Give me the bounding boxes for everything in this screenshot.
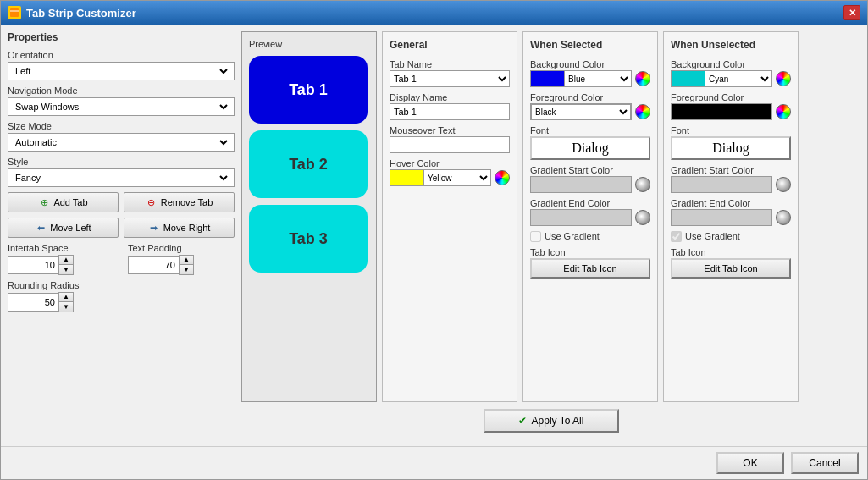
footer: OK Cancel [1, 446, 867, 479]
when-unselected-title: When Unselected [671, 39, 791, 51]
tab-name-label: Tab Name [390, 59, 510, 69]
unselected-use-gradient-label: Use Gradient [685, 231, 740, 241]
properties-label: Properties [8, 31, 235, 43]
unselected-bg-dropdown[interactable]: Cyan [671, 70, 772, 87]
unselected-bg-label: Background Color [671, 59, 791, 69]
ok-button[interactable]: OK [716, 452, 784, 474]
minus-icon: ⊖ [146, 196, 158, 208]
hover-color-dropdown[interactable]: Yellow [390, 169, 491, 186]
mouseover-text-label: Mouseover Text [390, 125, 510, 135]
rounding-up-arrow[interactable]: ▲ [59, 293, 73, 302]
tab-3-preview[interactable]: Tab 3 [249, 205, 368, 273]
svg-rect-0 [10, 8, 19, 17]
text-padding-label: Text Padding [128, 243, 235, 253]
intertab-down-arrow[interactable]: ▼ [59, 265, 73, 274]
text-padding-arrows[interactable]: ▲ ▼ [179, 255, 194, 275]
display-name-input[interactable]: Tab 1 [390, 103, 510, 120]
unselected-bg-select[interactable]: Cyan [705, 71, 771, 86]
tab-name-select[interactable]: Tab 1 Tab 2 Tab 3 [390, 71, 509, 86]
unselected-font-button[interactable]: Dialog [671, 136, 791, 160]
hover-color-label: Hover Color [390, 158, 510, 168]
orientation-label: Orientation [8, 50, 235, 60]
selected-fg-label: Foreground Color [530, 92, 650, 102]
move-right-button[interactable]: ➡ Move Right [124, 218, 235, 238]
navigation-mode-label: Navigation Mode [8, 86, 235, 96]
hover-color-select[interactable]: Yellow [424, 170, 490, 185]
unselected-edit-tab-icon-button[interactable]: Edit Tab Icon [671, 258, 791, 279]
unselected-fg-picker[interactable] [776, 104, 791, 119]
tab-2-preview[interactable]: Tab 2 [249, 130, 368, 198]
selected-fg-select[interactable]: Black [531, 104, 631, 119]
selected-gradient-start-box [530, 176, 632, 193]
selected-use-gradient-checkbox[interactable] [530, 231, 541, 242]
hover-color-picker[interactable] [495, 170, 510, 185]
style-label: Style [8, 157, 235, 167]
remove-tab-button[interactable]: ⊖ Remove Tab [124, 192, 235, 212]
selected-bg-dropdown[interactable]: Blue [530, 70, 632, 87]
unselected-bg-picker[interactable] [776, 71, 791, 86]
selected-fg-dropdown[interactable]: Black [530, 103, 632, 120]
selected-font-button[interactable]: Dialog [530, 136, 650, 160]
when-selected-panel: When Selected Background Color Blue [522, 31, 658, 402]
general-panel: General Tab Name Tab 1 Tab 2 Tab 3 Di [382, 31, 517, 402]
left-panel: Properties Orientation Left Right Top Bo… [8, 31, 235, 439]
size-mode-dropdown[interactable]: Automatic Fixed [8, 133, 235, 152]
rounding-radius-input[interactable]: 50 [8, 293, 58, 312]
navigation-mode-select[interactable]: Swap Windows New Window [12, 101, 230, 113]
preview-panel: Preview Tab 1 Tab 2 Tab 3 [241, 31, 377, 402]
size-mode-select[interactable]: Automatic Fixed [12, 136, 230, 148]
checkmark-icon: ✔ [518, 415, 527, 427]
orientation-dropdown[interactable]: Left Right Top Bottom [8, 62, 235, 80]
text-padding-input[interactable]: 70 [128, 256, 179, 274]
rounding-radius-arrows[interactable]: ▲ ▼ [58, 292, 74, 312]
selected-bg-label: Background Color [530, 59, 650, 69]
unselected-gradient-end-box [671, 209, 772, 226]
mouseover-text-input[interactable] [390, 136, 510, 153]
selected-font-label: Font [530, 125, 650, 135]
cancel-button[interactable]: Cancel [791, 452, 859, 474]
tabs-preview: Tab 1 Tab 2 Tab 3 [249, 56, 369, 273]
selected-use-gradient-label: Use Gradient [545, 231, 600, 241]
selected-bg-picker[interactable] [635, 71, 650, 86]
unselected-fg-box [671, 103, 772, 120]
unselected-gradient-end-picker[interactable] [776, 210, 791, 225]
unselected-font-label: Font [671, 125, 791, 135]
rounding-radius-label: Rounding Radius [8, 280, 235, 290]
unselected-gradient-end-label: Gradient End Color [671, 198, 791, 208]
style-select[interactable]: Fancy Classic Flat [12, 172, 230, 184]
selected-gradient-start-picker[interactable] [635, 177, 650, 192]
close-button[interactable]: ✕ [843, 5, 860, 20]
when-unselected-panel: When Unselected Background Color Cyan [663, 31, 799, 402]
selected-gradient-end-picker[interactable] [635, 210, 650, 225]
text-padding-up-arrow[interactable]: ▲ [180, 256, 193, 265]
title-bar: Tab Strip Customizer ✕ [1, 1, 867, 25]
selected-fg-picker[interactable] [635, 104, 650, 119]
unselected-use-gradient-checkbox[interactable] [671, 231, 682, 242]
intertab-up-arrow[interactable]: ▲ [59, 256, 73, 265]
selected-edit-tab-icon-button[interactable]: Edit Tab Icon [530, 258, 650, 279]
rounding-down-arrow[interactable]: ▼ [59, 302, 73, 312]
navigation-mode-dropdown[interactable]: Swap Windows New Window [8, 97, 235, 116]
unselected-gradient-start-label: Gradient Start Color [671, 165, 791, 175]
unselected-tab-icon-label: Tab Icon [671, 247, 791, 257]
orientation-select[interactable]: Left Right Top Bottom [12, 65, 230, 77]
general-title: General [390, 39, 510, 51]
move-left-button[interactable]: ⬅ Move Left [8, 218, 119, 238]
unselected-gradient-start-picker[interactable] [776, 177, 791, 192]
plus-icon: ⊕ [38, 196, 50, 208]
window-title: Tab Strip Customizer [26, 7, 136, 19]
selected-gradient-start-label: Gradient Start Color [530, 165, 650, 175]
selected-gradient-end-label: Gradient End Color [530, 198, 650, 208]
selected-tab-icon-label: Tab Icon [530, 247, 650, 257]
apply-to-all-button[interactable]: ✔ Apply To All [484, 409, 619, 433]
selected-bg-select[interactable]: Blue [565, 71, 631, 86]
text-padding-down-arrow[interactable]: ▼ [180, 265, 193, 274]
intertab-space-arrows[interactable]: ▲ ▼ [58, 255, 74, 275]
tab-1-preview[interactable]: Tab 1 [249, 56, 368, 124]
display-name-label: Display Name [390, 92, 510, 102]
tab-name-dropdown[interactable]: Tab 1 Tab 2 Tab 3 [390, 70, 510, 87]
intertab-space-input[interactable]: 10 [8, 256, 58, 274]
add-tab-button[interactable]: ⊕ Add Tab [8, 192, 119, 212]
unselected-gradient-start-box [671, 176, 772, 193]
style-dropdown[interactable]: Fancy Classic Flat [8, 168, 235, 187]
